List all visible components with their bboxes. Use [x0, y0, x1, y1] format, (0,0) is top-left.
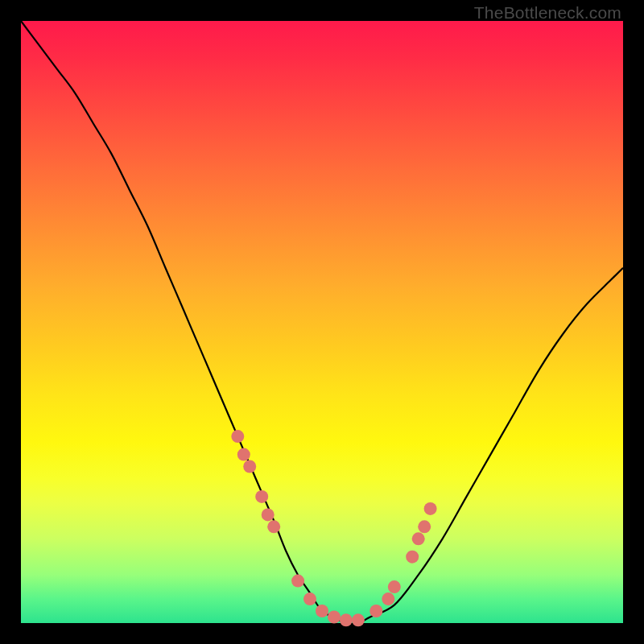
- bottleneck-curve: [21, 21, 623, 624]
- highlight-dot: [328, 611, 341, 624]
- highlight-dot: [303, 592, 316, 605]
- highlight-dot: [382, 592, 394, 605]
- highlight-dot: [418, 520, 431, 533]
- highlight-dot: [406, 551, 419, 564]
- highlight-dot: [316, 605, 328, 617]
- highlight-dot: [291, 575, 304, 588]
- chart-plot-area: [21, 21, 623, 623]
- highlight-dot: [412, 532, 425, 545]
- highlight-dot: [262, 508, 275, 521]
- highlight-dot: [352, 613, 365, 626]
- highlight-dot: [231, 430, 244, 443]
- highlight-dot: [388, 580, 401, 593]
- highlight-dot: [237, 448, 250, 461]
- highlight-dots-group: [231, 430, 436, 626]
- highlight-dot: [424, 502, 437, 515]
- highlight-dot: [369, 605, 382, 617]
- watermark-text: TheBottleneck.com: [474, 3, 621, 23]
- highlight-dot: [267, 520, 280, 533]
- highlight-dot: [340, 613, 353, 626]
- highlight-dot: [255, 490, 268, 503]
- outer-frame: TheBottleneck.com: [0, 0, 644, 644]
- chart-svg: [21, 21, 623, 623]
- highlight-dot: [243, 460, 256, 473]
